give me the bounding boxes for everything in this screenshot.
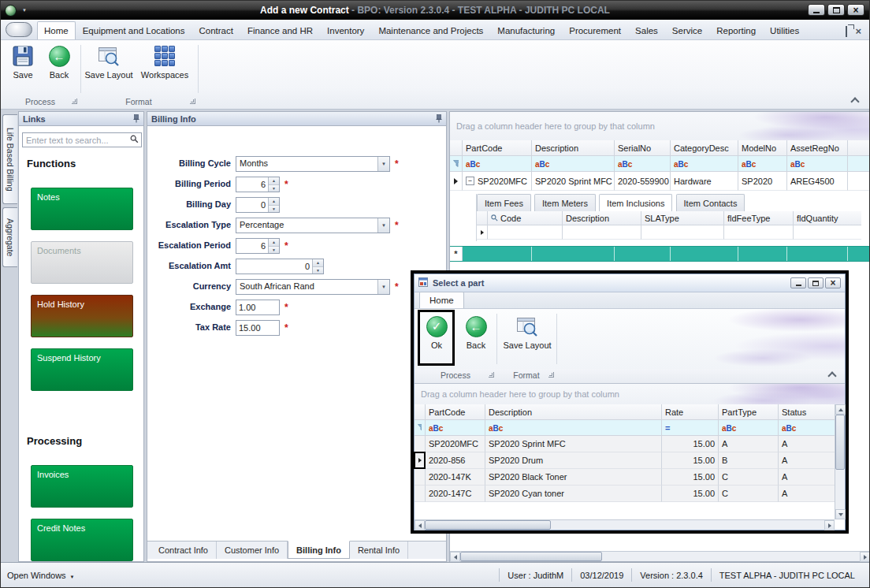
cell-rate[interactable]: 15.00 [662, 469, 719, 486]
spin-up-icon[interactable] [269, 177, 279, 185]
ribbon-tab-reporting[interactable]: Reporting [709, 21, 763, 39]
ribbon-tab-inventory[interactable]: Inventory [320, 21, 371, 39]
cell-description[interactable]: SP2020 Sprint MFC [532, 172, 615, 191]
cell-parttype[interactable]: A [719, 436, 779, 452]
search-icon[interactable] [130, 135, 139, 145]
notes-button[interactable]: Notes [31, 188, 133, 230]
cell-description[interactable]: SP2020 Sprint MFC [485, 436, 662, 452]
detail-cell-code[interactable] [488, 225, 563, 240]
items-grid-row[interactable]: SP2020MFC SP2020 Sprint MFC 2020-559900 … [450, 172, 870, 191]
cell-categorydesc[interactable]: Hardware [671, 172, 738, 191]
ribbon-tab-sales[interactable]: Sales [628, 21, 665, 39]
save-layout-button[interactable]: Save Layout [84, 44, 133, 80]
links-search-box[interactable] [22, 132, 142, 147]
new-row-cell[interactable] [787, 247, 848, 261]
ribbon-tab-maintenance-and-projects[interactable]: Maintenance and Projects [371, 21, 490, 39]
cell-partcode[interactable]: 2020-147C [426, 486, 485, 502]
filter-cell-serialno[interactable]: aBc [615, 156, 671, 172]
filter-cell-modelno[interactable]: aBc [738, 156, 787, 172]
mdi-close-button[interactable] [855, 25, 861, 37]
ribbon-tab-service[interactable]: Service [665, 21, 709, 39]
ribbon-tab-utilities[interactable]: Utilities [763, 21, 806, 39]
cell-status[interactable]: A [779, 469, 835, 486]
cell-partcode[interactable]: 2020-856 [426, 452, 485, 469]
cell-serialno[interactable]: 2020-559900 [615, 172, 671, 191]
cell-partcode[interactable]: SP2020MFC [426, 436, 485, 452]
cell-status[interactable]: A [779, 486, 835, 502]
new-row-cell[interactable] [532, 247, 615, 261]
pin-icon[interactable] [436, 114, 442, 123]
side-tab-aggregate[interactable]: Aggregate [2, 207, 17, 267]
scroll-up-button[interactable] [835, 404, 846, 415]
scroll-track[interactable] [835, 415, 845, 509]
escalation-period-spinner[interactable] [236, 238, 280, 254]
escalation-amt-spinner[interactable] [236, 259, 324, 274]
filter-cell-categorydesc[interactable]: aBc [671, 156, 738, 172]
close-button[interactable] [847, 4, 864, 16]
escalation-amt-input[interactable] [236, 259, 312, 274]
dialog-maximize-button[interactable] [808, 277, 824, 288]
process-dialog-launcher-icon[interactable] [489, 372, 494, 378]
chevron-down-icon[interactable] [377, 280, 389, 294]
filter-cell-description[interactable]: aBc [532, 156, 615, 172]
suspend-history-button[interactable]: Suspend History [31, 348, 133, 391]
parts-column-header-partcode[interactable]: PartCode [426, 404, 485, 420]
spin-up-icon[interactable] [269, 198, 279, 206]
invoices-button[interactable]: Invoices [31, 465, 133, 508]
currency-dropdown[interactable]: South African Rand [236, 279, 390, 295]
column-header-modelno[interactable]: ModelNo [738, 140, 787, 156]
parts-column-header-status[interactable]: Status [779, 404, 835, 420]
new-row-cell[interactable] [848, 247, 870, 261]
bottom-tab-rental-info[interactable]: Rental Info [350, 541, 408, 559]
spin-up-icon[interactable] [313, 259, 323, 267]
open-windows-button[interactable]: Open Windows [7, 571, 75, 580]
tax-rate-input[interactable] [236, 321, 279, 335]
scroll-track[interactable] [425, 520, 824, 530]
exchange-textbox[interactable] [236, 300, 280, 315]
parts-column-header-parttype[interactable]: PartType [719, 404, 779, 420]
bottom-tab-customer-info[interactable]: Customer Info [217, 541, 288, 559]
dialog-minimize-button[interactable] [790, 277, 806, 288]
tax-rate-textbox[interactable] [236, 320, 280, 336]
ribbon-tab-equipment-and-locations[interactable]: Equipment and Locations [76, 21, 192, 39]
parts-filter-cell-rate[interactable]: = [662, 420, 719, 436]
ribbon-tab-manufacturing[interactable]: Manufacturing [490, 21, 562, 39]
spin-down-icon[interactable] [269, 206, 279, 213]
parts-grid-vertical-scrollbar[interactable] [835, 404, 845, 519]
new-row-cell[interactable] [738, 247, 787, 261]
format-dialog-launcher-icon[interactable] [190, 99, 195, 104]
detail-column-header-code[interactable]: Code [488, 211, 563, 225]
parts-column-header-description[interactable]: Description [485, 404, 662, 420]
dialog-tab-home[interactable]: Home [419, 292, 464, 308]
cell-assetregno[interactable]: AREG4500 [787, 172, 848, 191]
pin-icon[interactable] [133, 114, 139, 123]
detail-tab-item-inclusions[interactable]: Item Inclusions [599, 194, 672, 211]
scroll-thumb[interactable] [425, 520, 551, 530]
chevron-down-icon[interactable] [377, 218, 389, 233]
ribbon-collapse-chevron-up-icon[interactable] [827, 371, 836, 380]
ribbon-tab-procurement[interactable]: Procurement [562, 21, 628, 39]
parts-grid-row[interactable]: SP2020MFC SP2020 Sprint MFC 15.00 A A [415, 436, 835, 452]
spin-down-icon[interactable] [269, 185, 279, 192]
billing-period-spinner[interactable] [236, 177, 280, 192]
cell-status[interactable]: A [779, 452, 835, 469]
column-header-categorydesc[interactable]: CategoryDesc [671, 140, 738, 156]
spin-up-icon[interactable] [269, 239, 279, 247]
quick-access-dropdown-icon[interactable] [22, 8, 27, 13]
new-row-cell[interactable] [671, 247, 738, 261]
exchange-input[interactable] [236, 300, 279, 314]
filter-cell-assetregno[interactable]: aBc [787, 156, 848, 172]
ribbon-tab-home[interactable]: Home [37, 21, 76, 39]
cell-rate[interactable]: 15.00 [662, 436, 719, 452]
filter-row-icon[interactable] [450, 156, 463, 172]
detail-tab-item-fees[interactable]: Item Fees [477, 194, 531, 211]
save-button[interactable]: Save [6, 44, 40, 80]
filter-row-icon[interactable] [415, 420, 426, 436]
parts-grid-row-selected[interactable]: 2020-856 SP2020 Drum 15.00 B A [415, 452, 835, 469]
parts-grid-row[interactable]: 2020-147K SP2020 Black Toner 15.00 C A [415, 469, 835, 486]
workspaces-button[interactable]: Workspaces [138, 44, 191, 80]
cell-partcode[interactable]: 2020-147K [426, 469, 485, 486]
parts-filter-cell-description[interactable]: aBc [485, 420, 662, 436]
chevron-down-icon[interactable] [377, 157, 389, 171]
cell-parttype[interactable]: B [719, 452, 779, 469]
